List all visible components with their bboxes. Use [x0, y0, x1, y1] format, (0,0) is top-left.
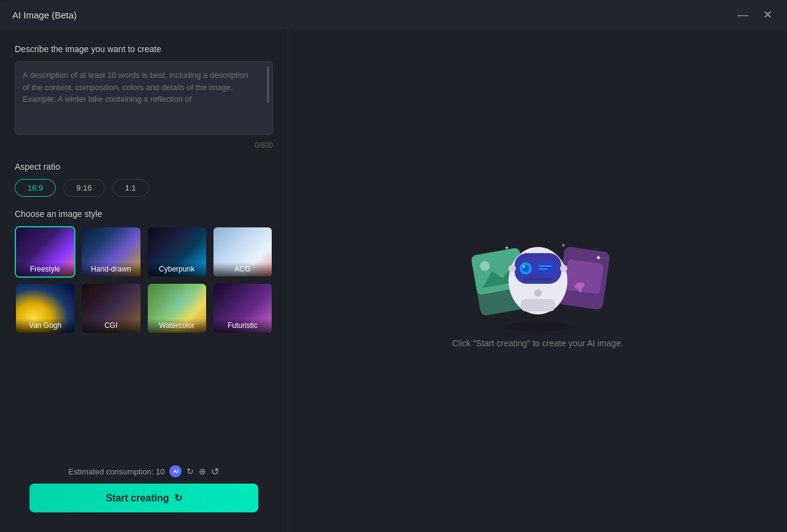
- aspect-9-16[interactable]: 9:16: [63, 179, 104, 197]
- style-acg[interactable]: ACG: [212, 226, 273, 278]
- svg-point-19: [534, 289, 542, 297]
- style-handdrawn-label: Hand-drawn: [82, 262, 140, 276]
- svg-rect-15: [523, 278, 553, 281]
- svg-point-16: [509, 265, 516, 272]
- titlebar: AI Image (Beta) — ✕: [0, 0, 787, 29]
- scrollbar-thumb: [267, 66, 269, 103]
- app-window: AI Image (Beta) — ✕ Describe the image y…: [0, 0, 787, 532]
- hint-text: Click "Start creating" to create your AI…: [452, 338, 623, 348]
- close-button[interactable]: ✕: [761, 8, 775, 21]
- window-controls: — ✕: [735, 8, 775, 21]
- svg-text:✦: ✦: [561, 243, 566, 248]
- aspect-ratio-label: Aspect ratio: [15, 162, 273, 172]
- consumption-row: Estimated consumption: 10 AI ↻ ⊕ ↺: [29, 465, 258, 477]
- style-freestyle[interactable]: Freestyle: [15, 226, 75, 278]
- style-cyberpunk[interactable]: Cyberpunk: [147, 226, 207, 278]
- footer: Estimated consumption: 10 AI ↻ ⊕ ↺ Start…: [15, 458, 273, 522]
- style-vangogh-label: Van Gogh: [16, 319, 74, 333]
- consumption-text: Estimated consumption: 10: [69, 467, 165, 476]
- style-cgi-label: CGI: [82, 319, 140, 333]
- style-cyberpunk-label: Cyberpunk: [148, 262, 206, 276]
- style-label: Choose an image style: [15, 209, 273, 219]
- ai-badge-icon: AI: [169, 465, 182, 477]
- reload-icon[interactable]: ↺: [211, 466, 219, 477]
- style-acg-label: ACG: [213, 262, 272, 276]
- svg-text:✦: ✦: [504, 245, 509, 251]
- aspect-buttons: 16:9 9:16 1:1: [15, 179, 273, 197]
- textarea-wrapper: [15, 61, 273, 137]
- svg-point-11: [523, 265, 525, 268]
- left-panel: Describe the image you want to create 0/…: [0, 29, 288, 532]
- aspect-1-1[interactable]: 1:1: [112, 179, 149, 197]
- style-freestyle-label: Freestyle: [16, 262, 74, 276]
- svg-text:✦: ✦: [594, 253, 602, 262]
- style-futuristic-label: Futuristic: [213, 319, 272, 333]
- right-panel: ✦: [288, 29, 787, 532]
- style-futuristic[interactable]: Futuristic: [212, 283, 273, 334]
- svg-rect-18: [521, 299, 555, 311]
- svg-rect-5: [564, 259, 604, 295]
- robot-svg: ✦: [464, 213, 612, 336]
- start-creating-button[interactable]: Start creating ↻: [29, 484, 258, 512]
- plus-icon: ⊕: [199, 466, 206, 476]
- main-content: Describe the image you want to create 0/…: [0, 29, 787, 532]
- start-creating-label: Start creating: [106, 493, 169, 504]
- svg-point-17: [560, 265, 567, 272]
- style-cgi[interactable]: CGI: [80, 283, 141, 334]
- style-handdrawn[interactable]: Hand-drawn: [80, 226, 141, 278]
- style-vangogh[interactable]: Van Gogh: [15, 283, 75, 334]
- window-title: AI Image (Beta): [12, 10, 77, 20]
- minimize-button[interactable]: —: [735, 8, 751, 21]
- aspect-16-9[interactable]: 16:9: [15, 179, 56, 197]
- description-textarea[interactable]: [15, 61, 273, 135]
- style-watercolor-label: Watercolor: [148, 319, 206, 333]
- svg-rect-12: [537, 262, 554, 275]
- refresh-icon: ↻: [186, 466, 194, 476]
- svg-point-22: [504, 322, 572, 332]
- robot-illustration: ✦: [464, 213, 612, 324]
- style-section: Choose an image style Freestyle Hand-dra…: [15, 209, 273, 458]
- aspect-ratio-section: Aspect ratio 16:9 9:16 1:1: [15, 162, 273, 197]
- describe-label: Describe the image you want to create: [15, 44, 273, 54]
- char-count: 0/800: [15, 141, 273, 150]
- style-grid: Freestyle Hand-drawn Cyberpunk ACG: [15, 226, 273, 334]
- style-watercolor[interactable]: Watercolor: [147, 283, 207, 334]
- start-creating-icon: ↻: [174, 492, 182, 504]
